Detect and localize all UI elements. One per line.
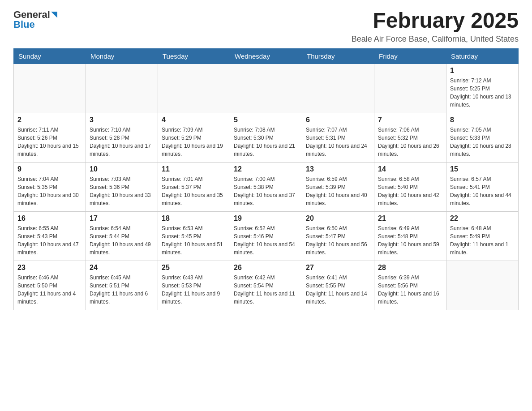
day-info: Sunrise: 6:59 AMSunset: 5:39 PMDaylight:…: [306, 175, 370, 207]
logo-arrow-icon: [51, 12, 57, 18]
logo: General Blue: [13, 9, 57, 30]
page-header: General Blue February 2025 Beale Air For…: [13, 9, 519, 44]
weekday-header-sunday: Sunday: [14, 48, 86, 64]
day-number: 9: [17, 165, 82, 173]
day-number: 18: [162, 214, 226, 223]
weekday-header-monday: Monday: [86, 48, 158, 64]
day-number: 16: [17, 214, 82, 223]
calendar-week-row: 2Sunrise: 7:11 AMSunset: 5:26 PMDaylight…: [14, 113, 519, 162]
calendar-cell: 8Sunrise: 7:05 AMSunset: 5:33 PMDaylight…: [446, 113, 519, 162]
calendar-cell: 18Sunrise: 6:53 AMSunset: 5:45 PMDayligh…: [158, 211, 230, 261]
calendar-cell: 24Sunrise: 6:45 AMSunset: 5:51 PMDayligh…: [86, 261, 158, 310]
day-number: 10: [90, 165, 154, 173]
calendar-cell: 28Sunrise: 6:39 AMSunset: 5:56 PMDayligh…: [374, 261, 446, 310]
weekday-header-thursday: Thursday: [302, 48, 374, 64]
logo-blue-text: Blue: [13, 19, 35, 30]
day-number: 4: [162, 116, 226, 124]
day-info: Sunrise: 7:11 AMSunset: 5:26 PMDaylight:…: [17, 126, 82, 158]
weekday-header-saturday: Saturday: [446, 48, 519, 64]
calendar-cell: 11Sunrise: 7:01 AMSunset: 5:37 PMDayligh…: [158, 162, 230, 211]
day-number: 25: [162, 264, 226, 272]
calendar-cell: 1Sunrise: 7:12 AMSunset: 5:25 PMDaylight…: [446, 64, 519, 113]
day-info: Sunrise: 6:49 AMSunset: 5:48 PMDaylight:…: [378, 224, 442, 257]
day-number: 2: [17, 116, 82, 124]
calendar-cell: [158, 64, 230, 113]
title-section: February 2025 Beale Air Force Base, Cali…: [352, 9, 519, 44]
day-number: 20: [306, 214, 370, 223]
day-number: 13: [306, 165, 370, 173]
day-number: 6: [306, 116, 370, 124]
month-title: February 2025: [352, 9, 519, 33]
day-info: Sunrise: 6:48 AMSunset: 5:49 PMDaylight:…: [450, 224, 515, 257]
calendar-week-row: 1Sunrise: 7:12 AMSunset: 5:25 PMDaylight…: [14, 64, 519, 113]
calendar-cell: 26Sunrise: 6:42 AMSunset: 5:54 PMDayligh…: [230, 261, 302, 310]
calendar-cell: 23Sunrise: 6:46 AMSunset: 5:50 PMDayligh…: [14, 261, 86, 310]
day-info: Sunrise: 6:53 AMSunset: 5:45 PMDaylight:…: [162, 224, 226, 257]
calendar-cell: 6Sunrise: 7:07 AMSunset: 5:31 PMDaylight…: [302, 113, 374, 162]
calendar-cell: [302, 64, 374, 113]
day-number: 17: [90, 214, 154, 223]
calendar-cell: 17Sunrise: 6:54 AMSunset: 5:44 PMDayligh…: [86, 211, 158, 261]
weekday-header-tuesday: Tuesday: [158, 48, 230, 64]
day-info: Sunrise: 7:12 AMSunset: 5:25 PMDaylight:…: [450, 77, 515, 109]
calendar-cell: 4Sunrise: 7:09 AMSunset: 5:29 PMDaylight…: [158, 113, 230, 162]
day-number: 14: [378, 165, 442, 173]
day-number: 27: [306, 264, 370, 272]
calendar-cell: 14Sunrise: 6:58 AMSunset: 5:40 PMDayligh…: [374, 162, 446, 211]
calendar-table: SundayMondayTuesdayWednesdayThursdayFrid…: [13, 48, 519, 310]
day-info: Sunrise: 6:39 AMSunset: 5:56 PMDaylight:…: [378, 274, 442, 306]
day-info: Sunrise: 7:09 AMSunset: 5:29 PMDaylight:…: [162, 126, 226, 158]
day-number: 22: [450, 214, 515, 223]
day-info: Sunrise: 7:06 AMSunset: 5:32 PMDaylight:…: [378, 126, 442, 158]
calendar-cell: 12Sunrise: 7:00 AMSunset: 5:38 PMDayligh…: [230, 162, 302, 211]
calendar-week-row: 23Sunrise: 6:46 AMSunset: 5:50 PMDayligh…: [14, 261, 519, 310]
calendar-cell: [14, 64, 86, 113]
day-info: Sunrise: 6:57 AMSunset: 5:41 PMDaylight:…: [450, 175, 515, 207]
calendar-cell: 3Sunrise: 7:10 AMSunset: 5:28 PMDaylight…: [86, 113, 158, 162]
day-number: 28: [378, 264, 442, 272]
day-number: 5: [234, 116, 298, 124]
day-info: Sunrise: 7:04 AMSunset: 5:35 PMDaylight:…: [17, 175, 82, 207]
day-info: Sunrise: 6:52 AMSunset: 5:46 PMDaylight:…: [234, 224, 298, 257]
calendar-cell: 20Sunrise: 6:50 AMSunset: 5:47 PMDayligh…: [302, 211, 374, 261]
calendar-cell: 10Sunrise: 7:03 AMSunset: 5:36 PMDayligh…: [86, 162, 158, 211]
calendar-week-row: 9Sunrise: 7:04 AMSunset: 5:35 PMDaylight…: [14, 162, 519, 211]
calendar-cell: [446, 261, 519, 310]
day-number: 12: [234, 165, 298, 173]
day-number: 15: [450, 165, 515, 173]
day-info: Sunrise: 7:07 AMSunset: 5:31 PMDaylight:…: [306, 126, 370, 158]
day-number: 1: [450, 67, 515, 75]
weekday-header-friday: Friday: [374, 48, 446, 64]
calendar-week-row: 16Sunrise: 6:55 AMSunset: 5:43 PMDayligh…: [14, 211, 519, 261]
calendar-cell: 25Sunrise: 6:43 AMSunset: 5:53 PMDayligh…: [158, 261, 230, 310]
day-info: Sunrise: 7:08 AMSunset: 5:30 PMDaylight:…: [234, 126, 298, 158]
calendar-cell: 2Sunrise: 7:11 AMSunset: 5:26 PMDaylight…: [14, 113, 86, 162]
day-info: Sunrise: 7:03 AMSunset: 5:36 PMDaylight:…: [90, 175, 154, 207]
calendar-cell: 5Sunrise: 7:08 AMSunset: 5:30 PMDaylight…: [230, 113, 302, 162]
calendar-cell: [86, 64, 158, 113]
calendar-cell: [230, 64, 302, 113]
calendar-cell: 7Sunrise: 7:06 AMSunset: 5:32 PMDaylight…: [374, 113, 446, 162]
calendar-cell: 15Sunrise: 6:57 AMSunset: 5:41 PMDayligh…: [446, 162, 519, 211]
day-number: 11: [162, 165, 226, 173]
day-info: Sunrise: 6:46 AMSunset: 5:50 PMDaylight:…: [17, 274, 82, 306]
day-number: 8: [450, 116, 515, 124]
day-number: 3: [90, 116, 154, 124]
day-info: Sunrise: 6:43 AMSunset: 5:53 PMDaylight:…: [162, 274, 226, 306]
day-info: Sunrise: 6:45 AMSunset: 5:51 PMDaylight:…: [90, 274, 154, 306]
day-number: 7: [378, 116, 442, 124]
day-info: Sunrise: 6:50 AMSunset: 5:47 PMDaylight:…: [306, 224, 370, 257]
calendar-header-row: SundayMondayTuesdayWednesdayThursdayFrid…: [14, 48, 519, 64]
day-info: Sunrise: 6:58 AMSunset: 5:40 PMDaylight:…: [378, 175, 442, 207]
day-number: 26: [234, 264, 298, 272]
day-info: Sunrise: 7:05 AMSunset: 5:33 PMDaylight:…: [450, 126, 515, 158]
calendar-cell: 22Sunrise: 6:48 AMSunset: 5:49 PMDayligh…: [446, 211, 519, 261]
calendar-cell: [374, 64, 446, 113]
day-info: Sunrise: 7:01 AMSunset: 5:37 PMDaylight:…: [162, 175, 226, 207]
day-number: 21: [378, 214, 442, 223]
calendar-cell: 9Sunrise: 7:04 AMSunset: 5:35 PMDaylight…: [14, 162, 86, 211]
day-info: Sunrise: 6:55 AMSunset: 5:43 PMDaylight:…: [17, 224, 82, 257]
day-info: Sunrise: 6:42 AMSunset: 5:54 PMDaylight:…: [234, 274, 298, 306]
day-info: Sunrise: 7:10 AMSunset: 5:28 PMDaylight:…: [90, 126, 154, 158]
calendar-cell: 13Sunrise: 6:59 AMSunset: 5:39 PMDayligh…: [302, 162, 374, 211]
